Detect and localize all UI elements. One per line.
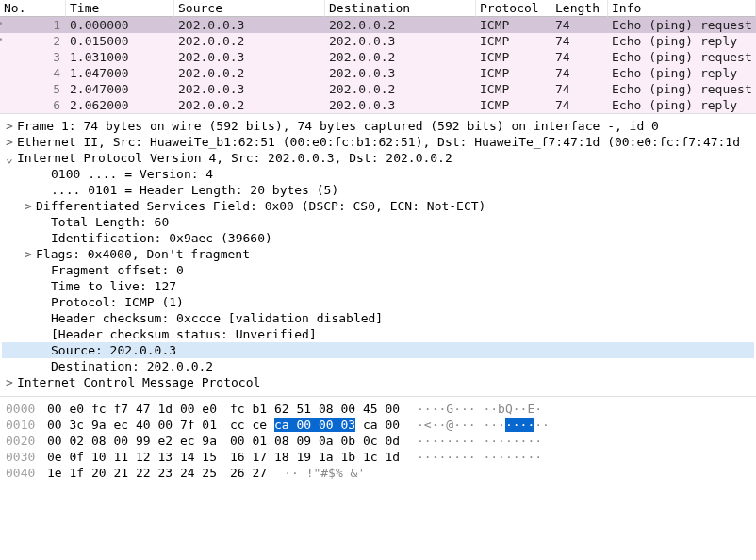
caret-collapsed-icon[interactable]: > xyxy=(25,198,36,214)
cell-src: 202.0.0.3 xyxy=(174,17,325,33)
cell-dst: 202.0.0.2 xyxy=(325,81,476,97)
col-destination[interactable]: Destination xyxy=(325,0,476,17)
cell-no: 6 xyxy=(0,97,66,113)
cell-time: 2.047000 xyxy=(66,81,174,97)
detail-text: Destination: 202.0.0.2 xyxy=(51,359,213,373)
cell-dst: 202.0.0.3 xyxy=(325,33,476,49)
col-protocol[interactable]: Protocol xyxy=(476,0,551,17)
cell-len: 74 xyxy=(551,65,608,81)
detail-line[interactable]: Header checksum: 0xccce [validation disa… xyxy=(2,310,754,326)
cell-time: 0.015000 xyxy=(66,33,174,49)
caret-collapsed-icon[interactable]: > xyxy=(6,118,17,134)
cell-dst: 202.0.0.3 xyxy=(325,97,476,113)
caret-collapsed-icon[interactable]: > xyxy=(6,374,17,390)
hex-row[interactable]: 000000 e0 fc f7 47 1d 00 e0fc b1 62 51 0… xyxy=(6,401,750,417)
detail-line[interactable]: Identification: 0x9aec (39660) xyxy=(2,230,754,246)
packet-row[interactable]: 41.047000202.0.0.2202.0.0.3ICMP74Echo (p… xyxy=(0,65,756,81)
cell-time: 2.062000 xyxy=(66,97,174,113)
packet-list-pane: No. Time Source Destination Protocol Len… xyxy=(0,0,756,114)
cell-info: Echo (ping) reply xyxy=(608,33,756,49)
detail-text: Time to live: 127 xyxy=(51,279,176,293)
packet-row[interactable]: 20.015000202.0.0.2202.0.0.3ICMP74Echo (p… xyxy=(0,33,756,49)
detail-text: .... 0101 = Header Length: 20 bytes (5) xyxy=(51,183,338,197)
cell-info: Echo (ping) request xyxy=(608,49,756,65)
hex-offset: 0010 xyxy=(6,417,47,433)
hex-ascii: ····G··· ··bQ··E· xyxy=(400,401,542,417)
detail-text: [Header checksum status: Unverified] xyxy=(51,327,317,341)
detail-line[interactable]: Fragment offset: 0 xyxy=(2,262,754,278)
detail-text: Total Length: 60 xyxy=(51,215,169,229)
cell-info: Echo (ping) request xyxy=(608,81,756,97)
detail-text: Internet Protocol Version 4, Src: 202.0.… xyxy=(17,151,452,165)
cell-info: Echo (ping) reply xyxy=(608,97,756,113)
cell-src: 202.0.0.3 xyxy=(174,81,325,97)
caret-expanded-icon[interactable]: ⌄ xyxy=(6,150,17,166)
hex-ascii: ········ ········ xyxy=(400,433,542,449)
detail-line[interactable]: .... 0101 = Header Length: 20 bytes (5) xyxy=(2,182,754,198)
detail-line[interactable]: Time to live: 127 xyxy=(2,278,754,294)
caret-collapsed-icon[interactable]: > xyxy=(25,246,36,262)
packet-row[interactable]: 62.062000202.0.0.2202.0.0.3ICMP74Echo (p… xyxy=(0,97,756,113)
detail-text: Fragment offset: 0 xyxy=(51,263,184,277)
cell-info: Echo (ping) reply xyxy=(608,65,756,81)
detail-line[interactable]: >Flags: 0x4000, Don't fragment xyxy=(2,246,754,262)
cell-proto: ICMP xyxy=(476,17,551,33)
cell-proto: ICMP xyxy=(476,81,551,97)
cell-src: 202.0.0.2 xyxy=(174,33,325,49)
hex-ascii: ········ ········ xyxy=(400,449,542,465)
cell-no: 1 xyxy=(0,17,66,33)
hex-offset: 0000 xyxy=(6,401,47,417)
cell-dst: 202.0.0.3 xyxy=(325,65,476,81)
hex-row[interactable]: 00300e 0f 10 11 12 13 14 1516 17 18 19 1… xyxy=(6,449,750,465)
packet-row[interactable]: 52.047000202.0.0.3202.0.0.2ICMP74Echo (p… xyxy=(0,81,756,97)
hex-selection: ca 00 00 03 xyxy=(274,418,355,432)
detail-text: Source: 202.0.0.3 xyxy=(51,343,176,357)
packet-row[interactable]: 10.000000202.0.0.3202.0.0.2ICMP74Echo (p… xyxy=(0,17,756,33)
col-time[interactable]: Time xyxy=(66,0,174,17)
hex-ascii: ·· !"#$% &' xyxy=(267,465,365,481)
detail-text: Header checksum: 0xccce [validation disa… xyxy=(51,311,383,325)
detail-text: Frame 1: 74 bytes on wire (592 bits), 74… xyxy=(17,119,659,133)
hex-bytes: 00 e0 fc f7 47 1d 00 e0fc b1 62 51 08 00… xyxy=(47,401,400,417)
detail-line[interactable]: Protocol: ICMP (1) xyxy=(2,294,754,310)
detail-text: Identification: 0x9aec (39660) xyxy=(51,231,272,245)
detail-line[interactable]: >Ethernet II, Src: HuaweiTe_b1:62:51 (00… xyxy=(2,134,754,150)
hex-row[interactable]: 001000 3c 9a ec 40 00 7f 01cc ce ca 00 0… xyxy=(6,417,750,433)
detail-text: Internet Control Message Protocol xyxy=(17,375,260,389)
detail-line[interactable]: ⌄Internet Protocol Version 4, Src: 202.0… xyxy=(2,150,754,166)
detail-line[interactable]: 0100 .... = Version: 4 xyxy=(2,166,754,182)
packet-row[interactable]: 31.031000202.0.0.3202.0.0.2ICMP74Echo (p… xyxy=(0,49,756,65)
detail-text: Protocol: ICMP (1) xyxy=(51,295,184,309)
hex-offset: 0020 xyxy=(6,433,47,449)
detail-line[interactable]: >Internet Control Message Protocol xyxy=(2,374,754,390)
cell-time: 1.047000 xyxy=(66,65,174,81)
hex-row[interactable]: 002000 02 08 00 99 e2 ec 9a00 01 08 09 0… xyxy=(6,433,750,449)
cell-no: 3 xyxy=(0,49,66,65)
packet-bytes-pane: 000000 e0 fc f7 47 1d 00 e0fc b1 62 51 0… xyxy=(0,397,756,485)
cell-no: 2 xyxy=(0,33,66,49)
hex-bytes: 00 02 08 00 99 e2 ec 9a00 01 08 09 0a 0b… xyxy=(47,433,400,449)
detail-text: 0100 .... = Version: 4 xyxy=(51,167,213,181)
col-source[interactable]: Source xyxy=(174,0,325,17)
col-length[interactable]: Length xyxy=(551,0,608,17)
detail-text: Differentiated Services Field: 0x00 (DSC… xyxy=(36,199,485,213)
detail-line[interactable]: Source: 202.0.0.3 xyxy=(2,342,754,358)
cell-src: 202.0.0.2 xyxy=(174,65,325,81)
detail-line[interactable]: Total Length: 60 xyxy=(2,214,754,230)
cell-info: Echo (ping) request xyxy=(608,17,756,33)
cell-proto: ICMP xyxy=(476,65,551,81)
detail-line[interactable]: Destination: 202.0.0.2 xyxy=(2,358,754,374)
detail-line[interactable]: >Differentiated Services Field: 0x00 (DS… xyxy=(2,198,754,214)
detail-line[interactable]: >Frame 1: 74 bytes on wire (592 bits), 7… xyxy=(2,118,754,134)
col-no[interactable]: No. xyxy=(0,0,66,17)
cell-dst: 202.0.0.2 xyxy=(325,49,476,65)
cell-len: 74 xyxy=(551,81,608,97)
hex-row[interactable]: 00401e 1f 20 21 22 23 24 2526 27·· !"#$%… xyxy=(6,465,750,481)
cell-dst: 202.0.0.2 xyxy=(325,17,476,33)
hex-offset: 0030 xyxy=(6,449,47,465)
caret-collapsed-icon[interactable]: > xyxy=(6,134,17,150)
detail-line[interactable]: [Header checksum status: Unverified] xyxy=(2,326,754,342)
col-info[interactable]: Info xyxy=(608,0,756,17)
hex-ascii: ·<··@··· ········· xyxy=(400,417,550,433)
hex-bytes: 1e 1f 20 21 22 23 24 2526 27 xyxy=(47,465,267,481)
